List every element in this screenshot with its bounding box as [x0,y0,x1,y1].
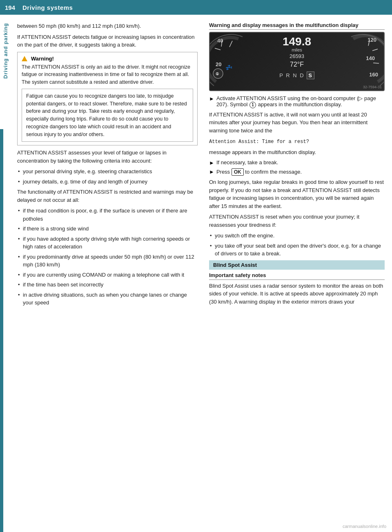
main-content: between 50 mph (80 km/h) and 112 mph (18… [11,15,392,532]
active-gear: S [307,72,314,79]
page-number: 194 [5,4,15,11]
svg-line-2 [229,41,232,47]
reset-item-2: you take off your seat belt and open the… [209,242,385,258]
activate-text: Activate ATTENTION ASSIST using the on-b… [216,95,385,108]
speed-unit: miles [266,47,327,52]
odometer: 26593 [266,53,327,59]
chapter-title: Driving systems [22,4,73,11]
warning-body1: The ATTENTION ASSIST is only an aid to t… [22,63,193,86]
condition-item-2: if there is a strong side wind [17,225,198,233]
circle-1: 1 [249,102,256,108]
svg-line-4 [215,48,220,50]
temperature: 72°F [266,61,327,68]
svg-line-8 [373,63,379,63]
intro-p2: If ATTENTION ASSIST detects fatigue or i… [17,33,198,49]
sidebar-label: Driving and parking [3,23,9,78]
dashboard-image: 40 20 ① 💤 [209,32,385,91]
page-layout: Driving and parking between 50 mph (80 k… [0,15,392,532]
warning-label: Warning! [31,56,54,62]
activate-item: ► Activate ATTENTION ASSIST using the on… [209,95,385,108]
left-speedo-svg: ① 💤 [210,33,249,91]
conditions-list: if the road condition is poor, e.g. if t… [17,207,198,307]
ok-button-label: OK [232,168,244,176]
condition-item-3: if you have adopted a sporty driving sty… [17,235,198,251]
safety-notes-header: Important safety notes [209,272,385,280]
svg-text:💤: 💤 [225,64,233,71]
image-credit: 32-7594-31 [363,85,382,89]
break-text: If necessary, take a break. [216,159,278,165]
svg-text:①: ① [216,72,219,76]
warning-title: Warning! [22,56,193,62]
center-display: 149.8 miles 26593 72°F P R N D S [266,36,327,78]
condition-item-6: if the time has been set incorrectly [17,281,198,289]
arrow-break-icon: ► [209,160,214,166]
sidebar: Driving and parking [0,15,11,532]
condition-item-5: if you are currently using COMAND or mak… [17,271,198,279]
condition-item-4: if you predominantly drive at speeds und… [17,253,198,269]
header-bar: 194 Driving systems [0,0,392,15]
criteria-item-2: journey details, e.g. time of day and le… [17,178,198,186]
functionality-p: The functionality of ATTENTION ASSIST is… [17,188,198,204]
active-p2: message appears in the multifunction dis… [209,148,385,156]
break-item: ► If necessary, take a break. [209,159,385,166]
right-column: Warning and display messages in the mult… [203,22,390,525]
long-journeys-p: On long journeys, take regular breaks in… [209,178,385,210]
blind-spot-p: Blind Spot Assist uses a radar sensor sy… [209,282,385,306]
active-p: If ATTENTION ASSIST is active, it will n… [209,111,385,135]
press-text: Press OK to confirm the message. [216,168,302,176]
warning-box: Warning! The ATTENTION ASSIST is only an… [17,52,198,146]
svg-line-6 [368,40,370,46]
warning-triangle-icon [22,56,27,61]
blind-spot-header: Blind Spot Assist [209,260,385,270]
criteria-item-1: your personal driving style, e.g. steeri… [17,168,198,176]
assesses-p1: ATTENTION ASSIST assesses your level of … [17,149,198,165]
dashboard-inner: 40 20 ① 💤 [210,33,384,90]
left-column: between 50 mph (80 km/h) and 112 mph (18… [11,22,203,525]
arrow-press-icon: ► [209,169,214,175]
gear-row: P R N D S [266,72,327,78]
watermark: carmanualsonline.info [343,524,386,529]
speed-value: 149.8 [266,36,327,47]
intro-p1: between 50 mph (80 km/h) and 112 mph (18… [17,22,198,30]
sidebar-bar [0,129,3,532]
warning-display-header: Warning and display messages in the mult… [209,22,385,30]
danger-box: Fatigue can cause you to recognize dange… [22,89,193,142]
criteria-list: your personal driving style, e.g. steeri… [17,168,198,186]
right-speedo-svg [347,33,384,91]
svg-line-7 [372,49,378,51]
reset-list: you switch off the engine. you take off … [209,232,385,258]
condition-item-7: in active driving situations, such as wh… [17,291,198,307]
reset-item-1: you switch off the engine. [209,232,385,240]
press-item: ► Press OK to confirm the message. [209,168,385,176]
condition-item-1: if the road condition is poor, e.g. if t… [17,207,198,223]
monospace-msg: Attention Assist: Time for a rest? [209,137,385,145]
arrow-right-icon: ► [209,96,214,102]
reset-p: ATTENTION ASSIST is reset when you conti… [209,213,385,229]
